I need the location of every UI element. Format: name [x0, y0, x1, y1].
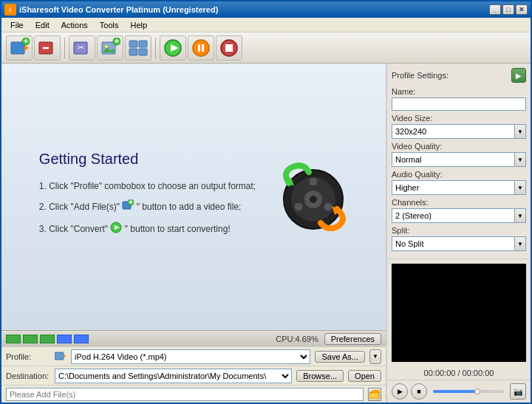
video-size-select[interactable]: 320x240 [392, 124, 514, 139]
right-panel: Profile Settings: ▶ Name: Video Size: 32… [386, 64, 531, 403]
name-field-group: Name: [392, 87, 526, 111]
audio-quality-select[interactable]: Higher [392, 180, 514, 195]
open-button[interactable]: Open [348, 370, 381, 382]
svg-point-33 [309, 177, 318, 186]
svg-rect-21 [202, 44, 204, 52]
channels-dropdown-arrow[interactable]: ▼ [514, 208, 526, 223]
destination-label: Destination: [6, 372, 50, 380]
step-2: 2. Click "Add File(s)" + " button to add… [39, 199, 256, 216]
video-size-dropdown-arrow[interactable]: ▼ [514, 124, 526, 139]
app-icon: i [4, 4, 16, 16]
name-label: Name: [392, 87, 526, 96]
svg-text:+: + [115, 38, 119, 45]
split-select-wrapper: No Split ▼ [392, 236, 526, 251]
name-input[interactable] [392, 97, 526, 111]
profile-play-button[interactable]: ▶ [511, 68, 526, 83]
split-label: Split: [392, 226, 526, 235]
film-reel-icon [278, 161, 348, 233]
svg-rect-16 [139, 49, 147, 55]
video-quality-label: Video Quality: [392, 142, 526, 151]
profile-settings-label: Profile Settings: [392, 71, 449, 80]
maximize-button[interactable]: □ [502, 4, 514, 15]
cut-button[interactable]: ✂ [69, 35, 95, 61]
channels-select-wrapper: 2 (Stereo) ▼ [392, 208, 526, 223]
svg-rect-23 [225, 44, 233, 52]
close-button[interactable]: ✕ [516, 4, 528, 15]
video-size-select-wrapper: 320x240 ▼ [392, 124, 526, 139]
profile-label: Profile: [6, 352, 50, 361]
video-quality-dropdown-arrow[interactable]: ▼ [514, 152, 526, 167]
audio-quality-dropdown-arrow[interactable]: ▼ [514, 180, 526, 195]
split-dropdown-arrow[interactable]: ▼ [514, 236, 526, 251]
add-video-button[interactable]: + [6, 35, 33, 61]
toolbar-separator-1 [64, 38, 65, 58]
profile-row: Profile: iPod H.264 Video (*.mp4) Save A… [1, 346, 386, 366]
title-buttons: _ □ ✕ [489, 4, 528, 15]
step-3: 3. Click "Convert" " button to start con… [39, 222, 256, 238]
status-bar [1, 385, 386, 403]
browse-button[interactable]: Browse... [296, 370, 344, 382]
save-as-button[interactable]: Save As... [315, 351, 365, 363]
remove-button[interactable] [34, 35, 61, 61]
add-image-button[interactable]: + [97, 35, 123, 61]
screenshot-button[interactable]: 📷 [510, 383, 526, 400]
channels-select[interactable]: 2 (Stereo) [392, 208, 514, 223]
preferences-button[interactable]: Preferences [324, 333, 381, 345]
menu-file[interactable]: File [4, 19, 30, 31]
play-button[interactable]: ▶ [392, 383, 408, 400]
svg-text:✂: ✂ [78, 43, 84, 52]
getting-started-title: Getting Started [39, 151, 256, 168]
save-as-dropdown[interactable]: ▼ [369, 349, 381, 364]
channels-label: Channels: [392, 198, 526, 207]
split-select[interactable]: No Split [392, 236, 514, 251]
content-area: Getting Started 1. Click "Profile" combo… [1, 64, 386, 330]
menu-bar: File Edit Actions Tools Help [1, 18, 531, 32]
menu-edit[interactable]: Edit [30, 19, 55, 31]
svg-rect-14 [139, 41, 147, 47]
stop-button[interactable] [216, 35, 242, 61]
status-input[interactable] [6, 388, 364, 401]
video-quality-select[interactable]: Normal [392, 152, 514, 167]
svg-point-19 [193, 40, 209, 56]
toolbar-separator-2 [155, 38, 156, 58]
split-field-group: Split: No Split ▼ [392, 226, 526, 251]
volume-slider[interactable] [433, 390, 504, 393]
profile-select[interactable]: iPod H.264 Video (*.mp4) [71, 349, 310, 364]
add-files-inline-icon: + [122, 199, 134, 216]
toolbar: + ✂ + [1, 32, 531, 64]
playback-controls: ▶ ■ 📷 [387, 380, 531, 403]
convert-button[interactable] [160, 35, 186, 61]
main-area: Getting Started 1. Click "Profile" combo… [1, 64, 531, 403]
minimize-button[interactable]: _ [489, 4, 501, 15]
cpu-usage: CPU:4.69% [276, 335, 318, 343]
svg-rect-15 [129, 49, 137, 55]
audio-quality-field-group: Audio Quality: Higher ▼ [392, 170, 526, 195]
video-quality-field-group: Video Quality: Normal ▼ [392, 142, 526, 167]
svg-marker-39 [64, 355, 66, 357]
effects-button[interactable] [125, 35, 151, 61]
svg-point-34 [324, 202, 332, 211]
video-size-field-group: Video Size: 320x240 ▼ [392, 114, 526, 139]
bottom-strip: CPU:4.69% Preferences [1, 330, 386, 346]
menu-help[interactable]: Help [124, 19, 153, 31]
getting-started-panel: Getting Started 1. Click "Profile" combo… [24, 136, 363, 258]
stop-playback-button[interactable]: ■ [411, 383, 427, 400]
step-1: 1. Click "Profile" combobox to choose an… [39, 179, 256, 194]
pause-button[interactable] [188, 35, 214, 61]
progress-seg-5 [74, 335, 89, 343]
volume-container [430, 390, 507, 393]
file-browser-button[interactable] [368, 388, 381, 401]
progress-seg-3 [40, 335, 55, 343]
menu-tools[interactable]: Tools [94, 19, 125, 31]
video-quality-select-wrapper: Normal ▼ [392, 152, 526, 167]
menu-actions[interactable]: Actions [55, 19, 94, 31]
svg-rect-0 [11, 42, 24, 54]
profile-icon [55, 351, 66, 363]
audio-quality-select-wrapper: Higher ▼ [392, 180, 526, 195]
destination-select[interactable]: C:\Documents and Settings\Administrator\… [55, 369, 292, 383]
title-bar: i iSharesoft Video Converter Platinum (U… [1, 1, 531, 18]
volume-thumb[interactable] [474, 388, 480, 394]
profile-settings-header: Profile Settings: ▶ [392, 68, 526, 83]
title-bar-text: i iSharesoft Video Converter Platinum (U… [4, 4, 218, 16]
video-size-label: Video Size: [392, 114, 526, 123]
